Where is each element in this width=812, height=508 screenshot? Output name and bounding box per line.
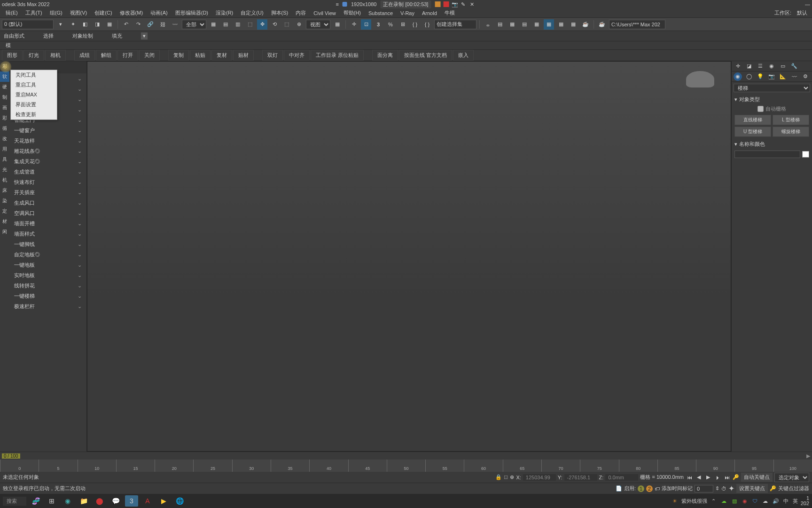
layers-icon[interactable]: ▦: [507, 19, 517, 30]
link-icon[interactable]: 🔗: [145, 19, 156, 30]
autokey-button[interactable]: 自动关键点: [741, 473, 773, 482]
sidepanel-item[interactable]: 一键窗户⌄: [9, 125, 86, 135]
tray-up-icon[interactable]: ⌃: [710, 497, 718, 505]
leftstrip-item[interactable]: 材: [0, 216, 9, 227]
btn-duallight[interactable]: 双灯: [262, 50, 283, 61]
sidepanel-item[interactable]: 线转拼花⌄: [9, 280, 86, 291]
named-sel-icon-2[interactable]: { }: [422, 19, 432, 30]
key-icon[interactable]: 🔑: [733, 474, 739, 480]
menu-create[interactable]: 创建(C): [91, 8, 116, 17]
leftstrip-item[interactable]: 定: [0, 206, 9, 216]
viewport[interactable]: [87, 61, 731, 452]
leftstrip-item[interactable]: 具: [0, 154, 9, 165]
bind-icon[interactable]: 〰: [170, 19, 180, 30]
l-stair-button[interactable]: L 型楼梯: [773, 115, 809, 125]
curve-editor-icon[interactable]: ▦: [531, 19, 542, 30]
crossing-select-icon[interactable]: ▥: [233, 19, 243, 30]
helpers-icon[interactable]: 📐: [779, 72, 787, 81]
goto-end-icon[interactable]: ⏭: [723, 474, 731, 481]
leftstrip-item[interactable]: 闲: [0, 227, 9, 237]
cm-ui-settings[interactable]: 界面设置: [11, 100, 57, 110]
hamburger-icon[interactable]: ≡: [336, 1, 339, 7]
create-tab-icon[interactable]: ✛: [734, 62, 742, 71]
ribbon-freeform[interactable]: 自由形式: [4, 32, 24, 40]
menu-content[interactable]: 内容: [292, 8, 310, 17]
timeline-scroll-icon[interactable]: ▶: [806, 453, 810, 459]
tray-onedrive-icon[interactable]: ☁: [762, 497, 769, 505]
leftstrip-item[interactable]: 床: [0, 185, 9, 196]
camera-icon[interactable]: 📷: [452, 1, 458, 8]
btn-light[interactable]: 灯光: [23, 50, 44, 61]
modify-tab-icon[interactable]: ◪: [745, 62, 753, 71]
btn-camera[interactable]: 相机: [45, 50, 66, 61]
frame-input[interactable]: [695, 485, 713, 492]
btn-shape[interactable]: 图形: [2, 50, 23, 61]
tray-ime-icon[interactable]: 中: [782, 497, 790, 505]
snap-icon[interactable]: ✛: [349, 19, 359, 30]
pin-icon[interactable]: [343, 2, 347, 7]
taskbar-3dsmax-icon[interactable]: 3: [125, 495, 138, 507]
menu-edit[interactable]: 辑(E): [2, 8, 22, 17]
filter-icon[interactable]: ▦: [208, 19, 219, 30]
tray-nvidia-icon[interactable]: ▧: [731, 497, 738, 505]
cm-restart-tool[interactable]: 重启工具: [11, 80, 57, 90]
scope-dropdown[interactable]: 全部: [182, 20, 206, 29]
sidepanel-item[interactable]: 集成天花◎⌄: [9, 156, 86, 167]
btn-detach[interactable]: 面分离: [372, 50, 398, 61]
sidepanel-item[interactable]: 墙面开槽⌄: [9, 218, 86, 229]
material-icon[interactable]: ▦: [544, 19, 554, 30]
cm-restart-max[interactable]: 重启MAX: [11, 90, 57, 100]
view-dropdown[interactable]: 视图: [306, 20, 330, 29]
scale-icon[interactable]: ⬚: [281, 19, 292, 30]
object-name-input[interactable]: [734, 151, 800, 158]
prev-frame-icon[interactable]: ◀: [695, 474, 703, 481]
snap-toggle-icon[interactable]: ⊡: [361, 19, 371, 30]
display-tab-icon[interactable]: ▭: [779, 62, 787, 71]
rotate-icon[interactable]: ⟲: [269, 19, 280, 30]
layer-icon-3[interactable]: ▦: [104, 19, 115, 30]
taskbar-record-icon[interactable]: ⬤: [93, 495, 106, 507]
btn-centeralign[interactable]: 中对齐: [284, 50, 310, 61]
selected-dropdown[interactable]: 选定对象: [774, 473, 809, 482]
leftstrip-item[interactable]: 循: [0, 123, 9, 134]
tray-shield-icon[interactable]: 🛡: [751, 497, 759, 505]
leftstrip-item[interactable]: 光: [0, 165, 9, 175]
straight-stair-button[interactable]: 直线楼梯: [734, 115, 771, 125]
tray-app-icon[interactable]: ◉: [741, 497, 749, 505]
path-input[interactable]: [609, 20, 665, 29]
spinner-snap-icon[interactable]: ⊞: [398, 19, 408, 30]
cm-check-update[interactable]: 检查更新: [11, 110, 57, 119]
btn-group[interactable]: 成组: [74, 50, 95, 61]
layer-icon[interactable]: ◧: [80, 19, 90, 30]
ribbon-objectpaint[interactable]: 对象绘制: [72, 32, 93, 40]
enable-badge-2[interactable]: 2: [646, 485, 653, 492]
teapot-icon[interactable]: ☕: [597, 19, 607, 30]
render-icon[interactable]: ☕: [580, 19, 591, 30]
leftstrip-item[interactable]: 用: [0, 144, 9, 154]
layer-dropdown[interactable]: [2, 20, 54, 29]
unlink-icon[interactable]: ⛓: [157, 19, 168, 30]
minimize-icon[interactable]: —: [805, 1, 810, 7]
leftstrip-item[interactable]: 硬: [0, 82, 9, 92]
workspace-value[interactable]: 默认: [794, 8, 810, 17]
sidepanel-item[interactable]: 空调风口⌄: [9, 208, 86, 218]
spinner-icon[interactable]: ⇕: [715, 485, 719, 492]
sidepanel-item[interactable]: 一键脚线⌄: [9, 239, 86, 249]
taskbar-dna-icon[interactable]: 🧬: [29, 495, 42, 507]
object-type-header[interactable]: ▾对象类型: [734, 95, 809, 104]
sidepanel-item[interactable]: 生成风口⌄: [9, 198, 86, 208]
render-frame-icon[interactable]: ▦: [568, 19, 578, 30]
cameras-icon[interactable]: 📷: [767, 72, 776, 81]
sidepanel-item[interactable]: 生成管道⌄: [9, 167, 86, 177]
sidepanel-item[interactable]: 雕花线条◎⌄: [9, 146, 86, 156]
weather-label[interactable]: 紫外线很强: [681, 498, 707, 505]
next-frame-icon[interactable]: ⏵: [714, 474, 721, 481]
leftstrip-item[interactable]: 机: [0, 175, 9, 185]
taskbar-wechat-icon[interactable]: 💬: [109, 495, 122, 507]
btn-embed[interactable]: 嵌入: [453, 50, 474, 61]
ribbon-toggle-icon[interactable]: ▾: [141, 32, 148, 40]
motion-tab-icon[interactable]: ◉: [767, 62, 776, 71]
lock-icon[interactable]: 🔒: [495, 474, 502, 480]
pause-icon[interactable]: [435, 1, 440, 7]
taskbar-edge-icon[interactable]: ◉: [61, 495, 74, 507]
